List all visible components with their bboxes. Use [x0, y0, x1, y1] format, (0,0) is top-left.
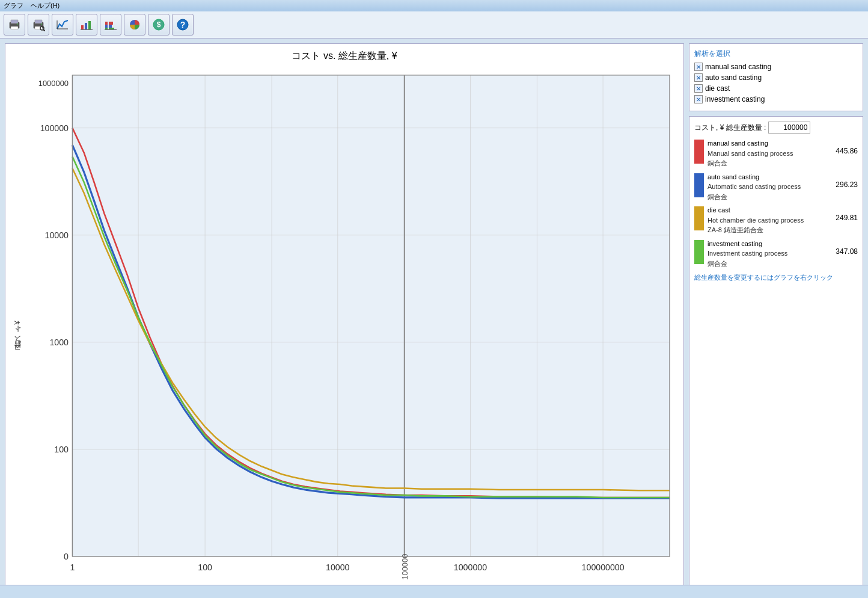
svg-text:1: 1	[70, 563, 75, 572]
svg-rect-16	[105, 22, 108, 25]
analysis-item-manual[interactable]: ✕ manual sand casting	[694, 63, 858, 71]
cost-swatch-investment	[694, 240, 704, 264]
analysis-title: 解析を選択	[694, 49, 858, 59]
print-button[interactable]	[4, 14, 25, 35]
svg-rect-12	[81, 25, 84, 29]
cost-name-auto: auto sand casting	[708, 172, 833, 182]
help-button[interactable]: ?	[172, 14, 194, 35]
cost-entry-die: die cast Hot chamber die casting process…	[694, 205, 858, 235]
toolbar: $ ?	[0, 11, 868, 39]
svg-rect-14	[88, 21, 91, 29]
analysis-select-box: 解析を選択 ✕ manual sand casting ✕ auto sand …	[689, 43, 863, 111]
svg-text:1000000: 1000000	[38, 79, 69, 88]
analysis-label-manual: manual sand casting	[705, 63, 771, 71]
analysis-items: ✕ manual sand casting ✕ auto sand castin…	[694, 63, 858, 103]
print-preview-button[interactable]	[28, 14, 49, 35]
cost-info-die: die cast Hot chamber die casting process…	[708, 205, 833, 235]
cost-panel: コスト, ¥ 総生産数量 : manual sand casting Manua…	[689, 116, 863, 596]
cost-value-die: 249.81	[836, 214, 858, 222]
svg-text:$: $	[157, 20, 161, 29]
bar-chart-button[interactable]	[76, 14, 97, 35]
svg-text:1000: 1000	[49, 338, 69, 347]
pie-chart-button[interactable]	[124, 14, 145, 35]
svg-point-7	[41, 23, 42, 25]
svg-text:0: 0	[64, 552, 69, 561]
svg-text:100000000: 100000000	[582, 563, 625, 572]
cost-swatch-die	[694, 206, 704, 230]
cost-name-investment: investment casting	[708, 239, 833, 249]
status-bar	[0, 585, 868, 598]
cost-entry-auto: auto sand casting Automatic sand casting…	[694, 172, 858, 202]
bar-chart2-button[interactable]	[100, 14, 121, 35]
cost-swatch-manual	[694, 140, 704, 164]
analysis-checkbox-investment[interactable]: ✕	[694, 95, 703, 103]
right-click-hint: 総生産数量を変更するにはグラフを右クリック	[694, 273, 858, 282]
analysis-item-investment[interactable]: ✕ investment casting	[694, 95, 858, 103]
chart-title: コスト vs. 総生産数量, ¥	[11, 50, 677, 63]
cost-entry-manual: manual sand casting Manual sand casting …	[694, 138, 858, 168]
svg-text:100: 100	[198, 563, 212, 572]
cost-name-manual: manual sand casting	[708, 138, 833, 149]
title-bar: グラフ ヘルプ(H)	[0, 0, 868, 11]
cost-process-die: Hot chamber die casting process	[708, 215, 833, 226]
cost-material-auto: 銅合金	[708, 192, 833, 202]
svg-text:100000: 100000	[400, 554, 409, 580]
svg-text:?: ?	[180, 20, 186, 29]
main-area: コスト vs. 総生産数量, ¥ 合計コスト, ¥	[0, 39, 868, 598]
cost-info-investment: investment casting Investment casting pr…	[708, 239, 833, 269]
svg-text:10000: 10000	[45, 230, 69, 240]
main-chart[interactable]: 0 100 1000 10000 100000 1000000	[26, 67, 677, 596]
svg-rect-2	[11, 26, 18, 29]
chart-panel: コスト vs. 総生産数量, ¥ 合計コスト, ¥	[5, 43, 684, 596]
cost-button[interactable]: $	[148, 14, 170, 35]
cost-material-die: ZA-8 鋳造亜鉛合金	[708, 225, 833, 235]
svg-rect-19	[109, 22, 113, 25]
cost-value-auto: 296.23	[836, 180, 858, 189]
svg-text:10000: 10000	[326, 563, 350, 572]
menu-help[interactable]: ヘルプ(H)	[31, 1, 60, 10]
chart-container: 合計コスト, ¥	[11, 67, 677, 598]
svg-point-3	[17, 23, 18, 25]
chart-inner: 0 100 1000 10000 100000 1000000	[26, 67, 677, 598]
svg-text:1000000: 1000000	[454, 563, 487, 572]
analysis-checkbox-manual[interactable]: ✕	[694, 63, 703, 71]
analysis-label-die: die cast	[705, 84, 730, 93]
cost-process-manual: Manual sand casting process	[708, 149, 833, 159]
right-panel: 解析を選択 ✕ manual sand casting ✕ auto sand …	[689, 43, 863, 596]
svg-rect-17	[105, 25, 108, 28]
svg-rect-5	[35, 20, 42, 23]
cost-info-auto: auto sand casting Automatic sand casting…	[708, 172, 833, 202]
cost-header-label: コスト, ¥ 総生産数量 :	[694, 123, 766, 133]
cost-material-manual: 銅合金	[708, 158, 833, 168]
line-chart-button[interactable]	[52, 14, 73, 35]
cost-value-investment: 347.08	[836, 247, 858, 256]
svg-text:100: 100	[54, 445, 69, 454]
cost-info-manual: manual sand casting Manual sand casting …	[708, 138, 833, 168]
cost-quantity-input[interactable]	[768, 122, 810, 134]
analysis-label-auto: auto sand casting	[705, 73, 762, 82]
analysis-item-die[interactable]: ✕ die cast	[694, 84, 858, 93]
analysis-checkbox-auto[interactable]: ✕	[694, 73, 703, 82]
cost-header: コスト, ¥ 総生産数量 :	[694, 122, 858, 134]
svg-rect-13	[85, 23, 87, 29]
svg-text:100000: 100000	[40, 123, 69, 133]
cost-swatch-auto	[694, 173, 704, 197]
svg-rect-29	[72, 75, 670, 556]
menu-graph[interactable]: グラフ	[4, 1, 23, 10]
svg-rect-1	[11, 20, 18, 23]
analysis-checkbox-die[interactable]: ✕	[694, 84, 703, 93]
cost-value-manual: 445.86	[836, 147, 858, 155]
cost-process-auto: Automatic sand casting process	[708, 182, 833, 192]
y-axis-label: 合計コスト, ¥	[11, 67, 23, 598]
cost-material-investment: 銅合金	[708, 259, 833, 269]
cost-process-investment: Investment casting process	[708, 248, 833, 259]
analysis-label-investment: investment casting	[705, 95, 765, 103]
cost-name-die: die cast	[708, 205, 833, 215]
cost-entry-investment: investment casting Investment casting pr…	[694, 239, 858, 269]
analysis-item-auto[interactable]: ✕ auto sand casting	[694, 73, 858, 82]
svg-rect-20	[109, 25, 112, 28]
